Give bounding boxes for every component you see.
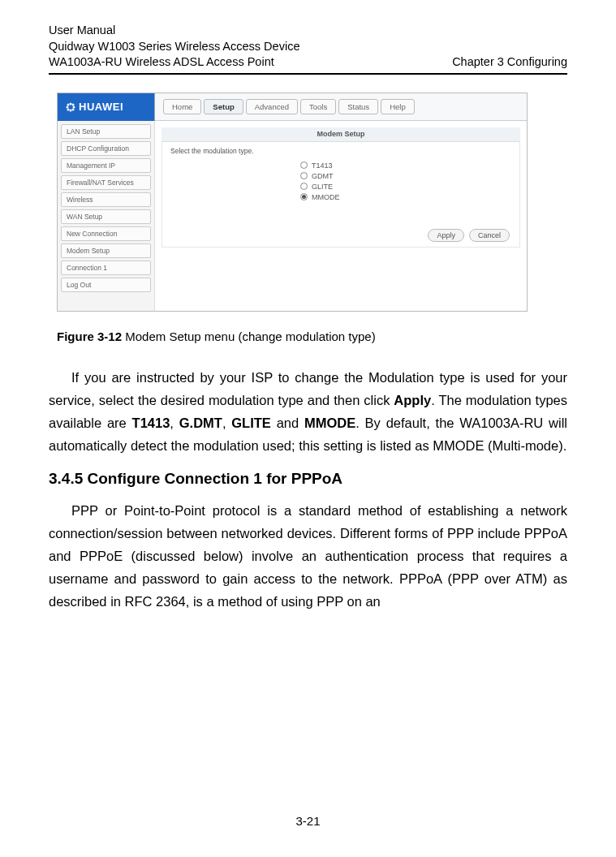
section-heading: 3.4.5 Configure Connection 1 for PPPoA	[49, 470, 567, 488]
cancel-button[interactable]: Cancel	[469, 229, 510, 242]
embedded-screenshot: HUAWEI Home Setup Advanced Tools Status …	[57, 93, 528, 312]
option-gdmt[interactable]: GDMT	[300, 172, 511, 180]
header-line3-right: Chapter 3 Configuring	[452, 54, 567, 71]
option-t1413[interactable]: T1413	[300, 161, 511, 170]
figure-number: Figure 3-12	[57, 329, 122, 343]
header-rule	[49, 73, 567, 75]
option-label: GDMT	[312, 172, 334, 180]
paragraph-2: PPP or Point-to-Point protocol is a stan…	[49, 499, 567, 613]
svg-point-4	[67, 103, 70, 106]
option-label: GLITE	[312, 183, 333, 191]
sidebar-wireless[interactable]: Wireless	[61, 192, 151, 207]
nav-home[interactable]: Home	[163, 99, 201, 114]
sidebar-connection-1[interactable]: Connection 1	[61, 261, 151, 275]
option-glite[interactable]: GLITE	[300, 183, 511, 191]
top-nav: Home Setup Advanced Tools Status Help	[155, 93, 527, 121]
svg-point-2	[67, 106, 69, 108]
svg-point-1	[70, 109, 72, 111]
figure-caption: Figure 3-12 Modem Setup menu (change mod…	[57, 329, 567, 343]
svg-point-0	[70, 102, 72, 105]
figure-text: Modem Setup menu (change modulation type…	[122, 329, 376, 343]
sidebar: LAN Setup DHCP Configuration Management …	[58, 121, 155, 311]
sidebar-management-ip[interactable]: Management IP	[61, 158, 151, 173]
content-panel: Select the modulation type. T1413 GDMT	[162, 142, 520, 248]
radio-icon	[300, 183, 308, 190]
header-line1: User Manual	[49, 23, 567, 39]
page-number: 3-21	[0, 814, 616, 828]
sidebar-firewall-nat[interactable]: Firewall/NAT Services	[61, 175, 151, 190]
sidebar-modem-setup[interactable]: Modem Setup	[61, 243, 151, 258]
radio-icon	[300, 172, 308, 179]
svg-point-6	[67, 108, 70, 110]
header-line3-left: WA1003A-RU Wireless ADSL Access Point	[49, 54, 274, 71]
nav-status[interactable]: Status	[338, 99, 378, 114]
svg-point-7	[72, 108, 75, 110]
sidebar-wan-setup[interactable]: WAN Setup	[61, 209, 151, 224]
radio-icon	[300, 161, 308, 169]
svg-point-3	[73, 106, 75, 108]
nav-setup[interactable]: Setup	[204, 99, 243, 114]
nav-tools[interactable]: Tools	[300, 99, 336, 114]
option-label: MMODE	[312, 193, 340, 201]
panel-title: Modem Setup	[162, 127, 520, 142]
content-area: Modem Setup Select the modulation type. …	[155, 121, 527, 311]
sidebar-log-out[interactable]: Log Out	[61, 278, 151, 292]
sidebar-new-connection[interactable]: New Connection	[61, 226, 151, 241]
brand-logo: HUAWEI	[58, 93, 155, 121]
brand-text: HUAWEI	[79, 101, 123, 113]
panel-prompt: Select the modulation type.	[170, 147, 511, 155]
radio-selected-icon	[300, 193, 308, 200]
nav-help[interactable]: Help	[381, 99, 415, 114]
paragraph-1: If you are instructed by your ISP to cha…	[49, 366, 567, 457]
page-header: User Manual Quidway W1003 Series Wireles…	[49, 23, 567, 71]
svg-point-5	[72, 103, 75, 106]
header-line2: Quidway W1003 Series Wireless Access Dev…	[49, 39, 567, 55]
apply-button[interactable]: Apply	[428, 229, 464, 242]
sidebar-dhcp-config[interactable]: DHCP Configuration	[61, 141, 151, 156]
sidebar-lan-setup[interactable]: LAN Setup	[61, 124, 151, 139]
huawei-flower-icon	[66, 102, 75, 112]
option-label: T1413	[312, 161, 333, 170]
nav-advanced[interactable]: Advanced	[246, 99, 298, 114]
option-mmode[interactable]: MMODE	[300, 193, 511, 201]
